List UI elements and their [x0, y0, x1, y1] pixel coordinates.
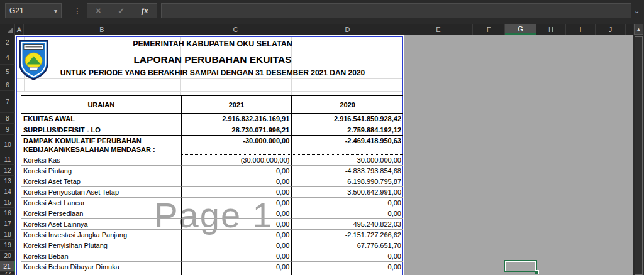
cell-2020[interactable]: 30.000.000,00	[291, 155, 403, 166]
cell-label[interactable]: Koreksi Kewajiban	[21, 272, 181, 275]
cell-2021[interactable]: 28.730.071.996,21	[181, 124, 292, 135]
column-header-F[interactable]: F	[473, 24, 505, 35]
cell-label[interactable]: Koreksi Kas	[21, 155, 181, 166]
row-header-13[interactable]: 13	[0, 176, 15, 186]
select-all-button[interactable]	[0, 24, 15, 35]
formula-buttons: × ✓ fx	[87, 3, 157, 18]
cell-2021[interactable]: 0,00	[181, 208, 292, 219]
cell-2021[interactable]: (30.000.000,00)	[181, 155, 292, 166]
cell-2021[interactable]: 2.916.832.316.169,91	[181, 114, 292, 124]
row-header-2[interactable]: 2	[0, 36, 15, 48]
row-header-6[interactable]: 6	[0, 78, 15, 91]
table-row: Koreksi Penyusutan Aset Tetap 0,00 3.500…	[21, 187, 403, 198]
cell-2020[interactable]: 6.198.990.795,87	[291, 176, 403, 187]
row-header-9[interactable]: 9	[0, 124, 15, 135]
cell-2020[interactable]: -2.151.727.266,62	[291, 230, 403, 240]
cell-label[interactable]: Koreksi Aset Lainnya	[21, 219, 181, 230]
cell-2020[interactable]: 0,00	[291, 198, 403, 208]
row-header-21-selected[interactable]: 21	[0, 261, 15, 272]
column-header-J[interactable]: J	[596, 24, 626, 35]
column-header-H[interactable]: H	[536, 24, 566, 35]
cell-2021[interactable]: 0,00	[181, 198, 292, 208]
column-header-G-selected[interactable]: G	[505, 24, 536, 35]
cell-2020[interactable]: 1.793.937.445,27	[291, 272, 403, 275]
cell-2020[interactable]: -495.240.822,03	[291, 219, 403, 230]
cell-label[interactable]: Koreksi Beban	[21, 251, 181, 262]
page-break-line-left	[16, 36, 17, 275]
enter-icon[interactable]: ✓	[118, 6, 125, 16]
insert-function-icon[interactable]: fx	[142, 6, 148, 16]
cell-label[interactable]: DAMPAK KOMULATIF PERUBAHAN KEBIJAKAN/KES…	[21, 136, 181, 155]
row-header-5[interactable]: 5	[0, 65, 15, 78]
cell-label[interactable]: Koreksi Aset Tetap	[21, 176, 181, 187]
cell-label[interactable]: EKUITAS AWAL	[21, 114, 181, 124]
row-header-19[interactable]: 19	[0, 240, 15, 251]
cell-label[interactable]: Koreksi Investasi Jangka Panjang	[21, 230, 181, 240]
row-header-22[interactable]: 22	[0, 272, 15, 275]
cell-2021[interactable]: 0,00	[181, 262, 292, 272]
cell-2020[interactable]: -4.833.793.854,68	[291, 166, 403, 176]
cell-label[interactable]: Koreksi Piutang	[21, 166, 181, 176]
cell-2021[interactable]: -30.000.000,00	[181, 136, 292, 155]
outside-print-area[interactable]	[404, 35, 633, 275]
column-header-C[interactable]: C	[180, 24, 291, 35]
cell-2020[interactable]: 0,00	[291, 251, 403, 262]
column-header-B[interactable]: B	[24, 24, 180, 35]
cell-2020[interactable]: 0,00	[291, 262, 403, 272]
row-header-15[interactable]: 15	[0, 197, 15, 208]
expand-formula-bar-icon[interactable]: ⌄	[634, 7, 640, 15]
cell-2020[interactable]: 0,00	[291, 208, 403, 219]
row-header-7[interactable]: 7	[0, 91, 15, 113]
cell-2021[interactable]: 0,00	[181, 272, 292, 275]
name-box-dropdown-icon[interactable]: ▾	[54, 8, 57, 14]
row-header-4[interactable]: 4	[0, 50, 15, 65]
cell-label[interactable]: Koreksi Penyusutan Aset Tetap	[21, 187, 181, 198]
cell-label[interactable]: SURPLUS/DEFISIT - LO	[21, 124, 181, 135]
active-cell-selection[interactable]	[504, 260, 537, 272]
header-2021[interactable]: 2021	[181, 96, 292, 113]
header-2020[interactable]: 2020	[291, 96, 403, 113]
fill-handle[interactable]	[535, 270, 539, 274]
cell-2021[interactable]: 0,00	[181, 230, 292, 240]
scrollbar-thumb[interactable]	[635, 36, 643, 275]
cell-2021[interactable]: 0,00	[181, 187, 292, 198]
cell-2021[interactable]: 0,00	[181, 219, 292, 230]
cell-label[interactable]: Koreksi Beban Dibayar Dimuka	[21, 262, 181, 272]
row-header-18[interactable]: 18	[0, 229, 15, 240]
row-header-10[interactable]: 10	[0, 135, 15, 154]
row-header-8[interactable]: 8	[0, 113, 15, 124]
table-row: Koreksi Piutang 0,00 -4.833.793.854,68	[21, 166, 403, 176]
vertical-scrollbar[interactable]: ▲	[633, 24, 644, 275]
scroll-up-icon[interactable]: ▲	[634, 24, 643, 35]
table-row: Koreksi Aset Lancar 0,00 0,00	[21, 198, 403, 208]
name-box[interactable]: G21 ▾	[5, 3, 62, 18]
cancel-icon[interactable]: ×	[96, 6, 101, 16]
cell-2020[interactable]: -2.469.418.950,63	[291, 136, 403, 155]
column-header-E[interactable]: E	[404, 24, 473, 35]
cell-2021[interactable]: 0,00	[181, 240, 292, 251]
column-header-I[interactable]: I	[566, 24, 596, 35]
column-header-D[interactable]: D	[291, 24, 404, 35]
row-header-16[interactable]: 16	[0, 208, 15, 218]
cell-2020[interactable]: 2.916.541.850.928,42	[291, 114, 403, 124]
cell-2021[interactable]: 0,00	[181, 251, 292, 262]
row-header-17[interactable]: 17	[0, 218, 15, 229]
cell-2020[interactable]: 67.776.651,70	[291, 240, 403, 251]
column-header-filler	[626, 24, 633, 35]
cell-label[interactable]: Koreksi Penyisihan Piutang	[21, 240, 181, 251]
report-title: LAPORAN PERUBAHAN EKUITAS	[22, 54, 403, 65]
cell-2021[interactable]: 0,00	[181, 166, 292, 176]
cell-2020[interactable]: 2.759.884.192,12	[291, 124, 403, 135]
column-header-A[interactable]: A	[15, 24, 24, 35]
row-header-20[interactable]: 20	[0, 251, 15, 261]
row-header-11[interactable]: 11	[0, 154, 15, 165]
row-header-12[interactable]: 12	[0, 165, 15, 176]
cell-2020[interactable]: 3.500.642.991,00	[291, 187, 403, 198]
cell-label[interactable]: Koreksi Persediaan	[21, 208, 181, 219]
formula-bar-input[interactable]	[161, 3, 631, 18]
cell-2021[interactable]: 0,00	[181, 176, 292, 187]
row-header-14[interactable]: 14	[0, 186, 15, 197]
cell-label[interactable]: Koreksi Aset Lancar	[21, 198, 181, 208]
more-options-icon[interactable]: ⋮	[73, 3, 82, 18]
header-uraian[interactable]: URAIAN	[21, 96, 181, 113]
